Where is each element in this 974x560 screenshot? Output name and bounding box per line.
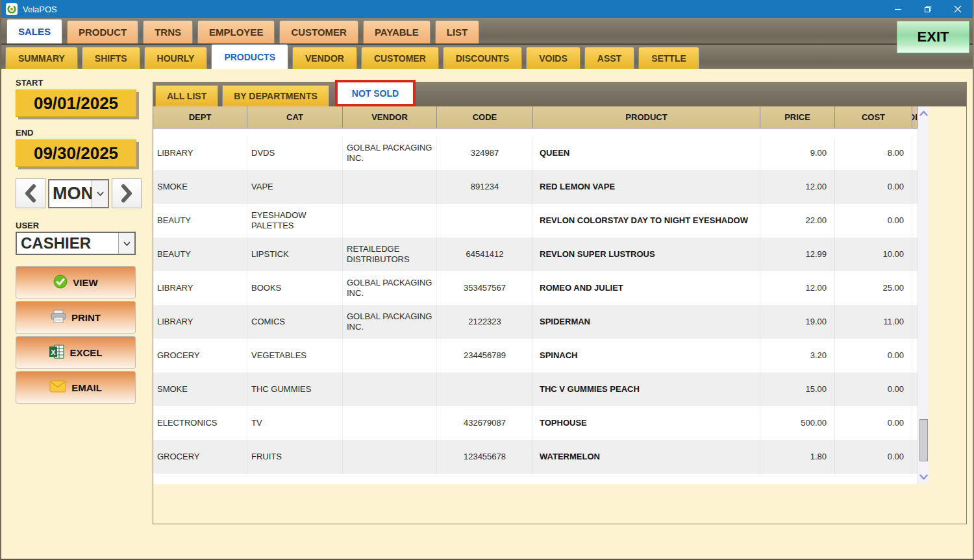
table-row[interactable]: SMOKE VAPE 891234 RED LEMON VAPE 12.00 0… [153, 170, 929, 204]
start-label: START [16, 78, 43, 88]
next-period-button[interactable] [112, 178, 142, 208]
period-value: MONTH [49, 180, 92, 207]
main-tab[interactable]: PRODUCT [67, 20, 138, 43]
column-header: VENDOR [343, 106, 437, 128]
cell-code: 891234 [437, 170, 533, 204]
report-tab-all-list[interactable]: ALL LIST [155, 85, 218, 106]
module-tab[interactable]: SETTLE [638, 47, 699, 69]
cell-code [437, 372, 533, 406]
module-tab[interactable]: CUSTOMER [361, 47, 439, 69]
restore-icon[interactable] [913, 0, 943, 18]
table-row[interactable]: BEAUTY EYESHADOW PALETTES REVLON COLORST… [153, 204, 929, 237]
start-date-button[interactable]: 09/01/2025 [16, 90, 136, 117]
column-header: PRICE [760, 106, 835, 128]
main-tab[interactable]: EMPLOYEE [197, 20, 275, 43]
cell-code: 64541412 [437, 237, 533, 271]
cell-price: 22.00 [760, 204, 835, 237]
cell-vendor [343, 406, 437, 440]
cell-vendor [343, 440, 437, 474]
main-tab[interactable]: CUSTOMER [279, 20, 358, 43]
table-row[interactable]: SMOKE THC GUMMIES THC V GUMMIES PEACH 15… [153, 372, 929, 406]
main-tab[interactable]: PAYABLE [363, 20, 431, 43]
cell-cost: 11.00 [835, 305, 912, 339]
cell-price: 1.80 [760, 440, 835, 474]
report-tab-by-departments[interactable]: BY DEPARTMENTS [222, 85, 329, 106]
table-row[interactable]: BEAUTY LIPSTICK RETAILEDGE DISTRIBUTORS … [153, 237, 929, 271]
email-button[interactable]: EMAIL [16, 371, 136, 404]
cell-cat: EYESHADOW PALETTES [247, 204, 343, 237]
cell-price: 12.00 [760, 271, 835, 305]
envelope-icon [49, 380, 66, 395]
module-tab[interactable]: PRODUCTS [211, 44, 288, 69]
cell-vendor: GOLBAL PACKAGING INC. [343, 271, 437, 305]
scrollbar-thumb[interactable] [919, 419, 928, 461]
cell-vendor [343, 170, 437, 204]
cell-price: 500.00 [760, 406, 835, 440]
previous-period-button[interactable] [16, 178, 45, 208]
cell-cat: DVDS [247, 136, 343, 170]
cell-cost: 0.00 [835, 204, 912, 237]
main-tab[interactable]: SALES [6, 19, 62, 43]
cell-cat: LIPSTICK [247, 237, 343, 271]
cell-product: WATERMELON [533, 440, 760, 474]
svg-text:X: X [51, 348, 56, 356]
cell-code [437, 204, 533, 237]
check-circle-icon [53, 274, 68, 291]
cell-cost: 25.00 [835, 271, 912, 305]
close-icon[interactable] [943, 0, 973, 18]
cell-code: 2122323 [437, 305, 533, 339]
table-row[interactable]: GROCERY FRUITS 123455678 WATERMELON 1.80… [153, 440, 929, 474]
module-tab[interactable]: DISCOUNTS [443, 47, 522, 69]
cell-dept: BEAUTY [153, 237, 247, 271]
table-row[interactable]: LIBRARY BOOKS GOLBAL PACKAGING INC. 3534… [153, 271, 929, 305]
report-tab-not-sold[interactable]: NOT SOLD [338, 82, 413, 104]
cell-product: SPIDERMAN [533, 305, 760, 339]
user-select[interactable]: CASHIER [16, 232, 136, 255]
module-tab[interactable]: VOIDS [526, 47, 581, 69]
column-header: PRODUCT [533, 106, 760, 128]
module-tab[interactable]: SHIFTS [82, 47, 140, 69]
chevron-down-icon[interactable] [118, 233, 134, 254]
cell-product: REVLON SUPER LUSTROUS [533, 237, 760, 271]
table-row[interactable]: LIBRARY DVDS GOLBAL PACKAGING INC. 32498… [153, 136, 929, 170]
printer-icon [51, 310, 66, 326]
column-header: CODE [437, 106, 533, 128]
module-tab[interactable]: HOURLY [144, 47, 208, 69]
cell-vendor: RETAILEDGE DISTRIBUTORS [343, 237, 437, 271]
main-tab[interactable]: LIST [435, 20, 480, 43]
end-date-button[interactable]: 09/30/2025 [16, 140, 136, 167]
period-select[interactable]: MONTH [48, 179, 109, 208]
view-button[interactable]: VIEW [16, 266, 136, 298]
cell-dept: SMOKE [153, 372, 247, 406]
excel-button[interactable]: X EXCEL [16, 336, 136, 369]
cell-cat: BOOKS [247, 271, 343, 305]
table-row[interactable]: GROCERY VEGETABLES 234456789 SPINACH 3.2… [153, 339, 929, 372]
module-tab[interactable]: ASST [584, 47, 634, 69]
app-logo-icon [6, 3, 18, 15]
scroll-up-icon[interactable] [918, 108, 929, 119]
cell-cost: 0.00 [835, 440, 912, 474]
report-panel: ALL LIST BY DEPARTMENTS NOT SOLD DEPTCAT… [153, 82, 967, 524]
excel-icon: X [49, 345, 64, 361]
cell-cat: VAPE [247, 170, 343, 204]
cell-dept: ELECTRONICS [153, 406, 247, 440]
cell-vendor [343, 204, 437, 237]
cell-price: 9.00 [760, 136, 835, 170]
cell-dept: SMOKE [153, 170, 247, 204]
cell-product: THC V GUMMIES PEACH [533, 372, 760, 406]
table-row[interactable]: LIBRARY COMICS GOLBAL PACKAGING INC. 212… [153, 305, 929, 339]
cell-dept: LIBRARY [153, 136, 247, 170]
cell-dept: BEAUTY [153, 204, 247, 237]
print-button[interactable]: PRINT [16, 301, 136, 334]
cell-vendor: GOLBAL PACKAGING INC. [343, 305, 437, 339]
chevron-down-icon[interactable] [92, 180, 108, 207]
minimize-icon[interactable] [883, 0, 913, 18]
vertical-scrollbar[interactable] [918, 106, 929, 484]
scroll-down-icon[interactable] [918, 472, 929, 483]
column-header: CAT [247, 106, 343, 128]
module-tab[interactable]: VENDOR [292, 47, 357, 69]
exit-button[interactable]: EXIT [897, 21, 969, 53]
main-tab[interactable]: TRNS [143, 20, 193, 43]
table-row[interactable]: ELECTRONICS TV 432679087 TOPHOUSE 500.00… [153, 406, 929, 440]
module-tab[interactable]: SUMMARY [5, 47, 78, 69]
